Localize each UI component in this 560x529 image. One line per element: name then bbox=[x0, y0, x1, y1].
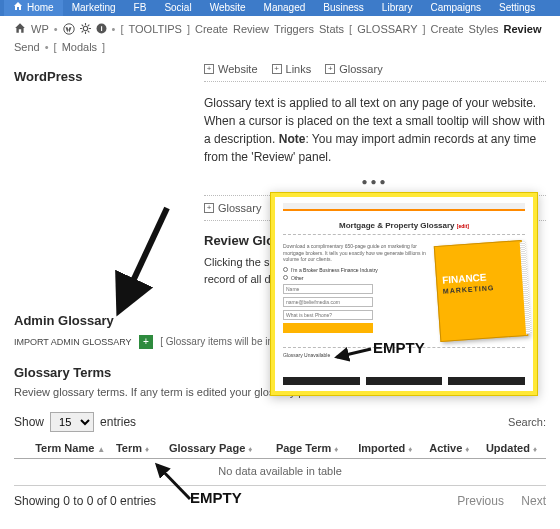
name-input[interactable] bbox=[283, 284, 373, 294]
table-empty-msg: No data available in table bbox=[14, 458, 546, 483]
nav-home[interactable]: Home bbox=[4, 0, 63, 16]
nav-website[interactable]: Website bbox=[201, 0, 255, 16]
col-imported[interactable]: Imported♦ bbox=[349, 438, 422, 459]
tab-label: Links bbox=[286, 63, 312, 75]
bracket-open: [ bbox=[54, 41, 57, 53]
bracket-close: ] bbox=[102, 41, 105, 53]
overlay-preview: Mortgage & Property Glossary [edit] Down… bbox=[270, 192, 538, 396]
wordpress-icon bbox=[63, 23, 75, 35]
crumb-tooltips[interactable]: TOOLTIPS bbox=[129, 23, 182, 35]
email-input[interactable] bbox=[283, 297, 373, 307]
dot-icon: • bbox=[112, 23, 116, 35]
dot-icon: • bbox=[45, 41, 49, 53]
overlay-footer-bars bbox=[283, 377, 525, 385]
sort-icon: ♦ bbox=[465, 445, 469, 454]
col-glossary-page[interactable]: Glossary Page♦ bbox=[156, 438, 266, 459]
gear-icon[interactable] bbox=[80, 23, 91, 36]
nav-marketing[interactable]: Marketing bbox=[63, 0, 125, 16]
col-active[interactable]: Active♦ bbox=[422, 438, 477, 459]
subtab-glossary[interactable]: +Glossary bbox=[204, 202, 261, 214]
pagination: Previous Next bbox=[443, 494, 546, 508]
tab-website[interactable]: +Website bbox=[204, 63, 258, 75]
overlay-form: Download a complimentary 650-page guide … bbox=[283, 243, 427, 339]
radio-broker[interactable]: I'm a Broker Business Finance Industry bbox=[283, 267, 427, 273]
import-admin-label: IMPORT ADMIN GLOSSARY bbox=[14, 337, 132, 347]
crumb-create[interactable]: Create bbox=[195, 23, 228, 35]
prev-button[interactable]: Previous bbox=[457, 494, 504, 508]
tab-links[interactable]: +Links bbox=[272, 63, 312, 75]
bracket-close: ] bbox=[187, 23, 190, 35]
radio-other[interactable]: Other bbox=[283, 275, 427, 281]
sort-icon: ▲ bbox=[97, 445, 105, 454]
col-term[interactable]: Term♦ bbox=[109, 438, 156, 459]
home-icon[interactable] bbox=[14, 22, 26, 36]
separator-dots: ●●● bbox=[204, 176, 546, 187]
show-label: Show bbox=[14, 415, 44, 429]
footer-bar bbox=[366, 377, 443, 385]
sort-icon: ♦ bbox=[248, 445, 252, 454]
info-icon[interactable]: i bbox=[96, 23, 107, 36]
bracket-open: [ bbox=[349, 23, 352, 35]
crumb-triggers[interactable]: Triggers bbox=[274, 23, 314, 35]
sort-icon: ♦ bbox=[408, 445, 412, 454]
crumb-modals[interactable]: Modals bbox=[62, 41, 97, 53]
bracket-close: ] bbox=[422, 23, 425, 35]
glossary-table: Term Name▲ Term♦ Glossary Page♦ Page Ter… bbox=[14, 438, 546, 483]
nav-settings[interactable]: Settings bbox=[490, 0, 544, 16]
col-updated[interactable]: Updated♦ bbox=[477, 438, 546, 459]
entries-label: entries bbox=[100, 415, 136, 429]
footer-bar bbox=[283, 377, 360, 385]
crumb-styles[interactable]: Styles bbox=[469, 23, 499, 35]
sort-icon: ♦ bbox=[145, 445, 149, 454]
phone-input[interactable] bbox=[283, 310, 373, 320]
footer-bar bbox=[448, 377, 525, 385]
col-term-name[interactable]: Term Name▲ bbox=[14, 438, 109, 459]
overlay-title: Mortgage & Property Glossary [edit] bbox=[283, 221, 525, 230]
sort-icon: ♦ bbox=[533, 445, 537, 454]
tab-glossary[interactable]: +Glossary bbox=[325, 63, 382, 75]
next-button[interactable]: Next bbox=[521, 494, 546, 508]
empty-annotation: EMPTY bbox=[373, 339, 425, 356]
crumb-stats[interactable]: Stats bbox=[319, 23, 344, 35]
plus-icon: + bbox=[272, 64, 282, 74]
breadcrumb: WP • i • [ TOOLTIPS ] Create Review Trig… bbox=[0, 16, 560, 59]
nav-label: Home bbox=[27, 0, 54, 16]
subtab-label: Glossary bbox=[218, 202, 261, 214]
tab-label: Website bbox=[218, 63, 258, 75]
crumb-review-active[interactable]: Review bbox=[504, 23, 542, 35]
overlay-header-bar bbox=[283, 203, 525, 211]
nav-social[interactable]: Social bbox=[155, 0, 200, 16]
sort-icon: ♦ bbox=[334, 445, 338, 454]
svg-point-1 bbox=[83, 26, 87, 30]
empty-annotation: EMPTY bbox=[190, 489, 242, 506]
plus-icon: + bbox=[325, 64, 335, 74]
radio-icon bbox=[283, 267, 288, 272]
entries-select[interactable]: 15 bbox=[50, 412, 94, 432]
svg-text:i: i bbox=[100, 24, 102, 33]
crumb-review[interactable]: Review bbox=[233, 23, 269, 35]
divider bbox=[283, 234, 525, 235]
tab-label: Glossary bbox=[339, 63, 382, 75]
send-button[interactable] bbox=[283, 323, 373, 333]
nav-business[interactable]: Business bbox=[314, 0, 373, 16]
crumb-wp[interactable]: WP bbox=[31, 23, 49, 35]
tab-bar: +Website +Links +Glossary bbox=[204, 63, 546, 82]
nav-fb[interactable]: FB bbox=[125, 0, 156, 16]
crumb-create2[interactable]: Create bbox=[431, 23, 464, 35]
nav-campaigns[interactable]: Campaigns bbox=[421, 0, 490, 16]
table-footer: Showing 0 to 0 of 0 entries Previous Nex… bbox=[14, 485, 546, 508]
col-page-term[interactable]: Page Term♦ bbox=[265, 438, 348, 459]
crumb-send[interactable]: Send bbox=[14, 41, 40, 53]
table-info: Showing 0 to 0 of 0 entries bbox=[14, 494, 156, 508]
dot-icon: • bbox=[54, 23, 58, 35]
nav-library[interactable]: Library bbox=[373, 0, 422, 16]
plus-icon: + bbox=[204, 203, 214, 213]
nav-managed[interactable]: Managed bbox=[255, 0, 315, 16]
table-empty-row: No data available in table bbox=[14, 458, 546, 483]
import-admin-button[interactable]: + bbox=[139, 335, 153, 349]
page-title: WordPress bbox=[14, 69, 194, 84]
table-length-control: Show 15 entries Search: bbox=[14, 412, 546, 432]
crumb-glossary[interactable]: GLOSSARY bbox=[357, 23, 417, 35]
top-nav: Home Marketing FB Social Website Managed… bbox=[0, 0, 560, 16]
note-label: Note bbox=[279, 132, 306, 146]
